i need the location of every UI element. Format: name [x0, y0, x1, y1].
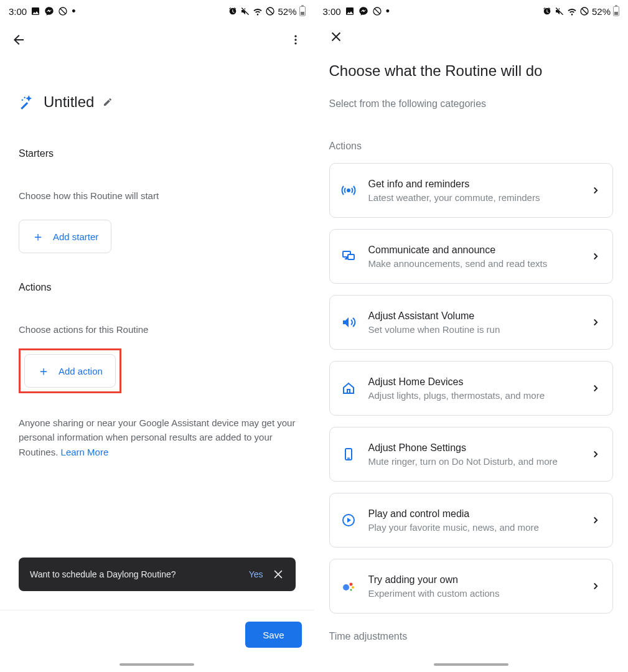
- actions-section-label: Actions: [19, 282, 296, 293]
- phone-icon: [341, 447, 356, 462]
- add-action-label: Add action: [59, 366, 103, 376]
- page-subtitle: Select from the following categories: [329, 98, 614, 110]
- svg-point-2: [294, 35, 296, 37]
- plus-icon: ＋: [32, 230, 44, 243]
- svg-point-16: [352, 586, 354, 589]
- assistant-icon: [341, 579, 356, 594]
- starters-section-label: Starters: [19, 148, 296, 159]
- card-title: Play and control media: [368, 508, 578, 520]
- svg-point-17: [350, 589, 352, 591]
- alarm-icon: [228, 6, 238, 16]
- play-circle-icon: [341, 513, 356, 528]
- chevron-right-icon: [590, 317, 601, 328]
- battery-percent: 52%: [278, 6, 296, 17]
- action-card-get-info[interactable]: Get info and remindersLatest weather, yo…: [329, 163, 614, 218]
- svg-point-15: [349, 583, 352, 586]
- card-desc: Mute ringer, turn on Do Not Disturb, and…: [368, 456, 578, 467]
- chat-icon: [341, 249, 356, 264]
- battery-icon: [613, 6, 619, 16]
- action-card-volume[interactable]: Adjust Assistant VolumeSet volume when R…: [329, 295, 614, 350]
- footer-bar: Save: [0, 610, 314, 672]
- actions-category-label: Actions: [329, 141, 614, 152]
- plus-icon: ＋: [37, 365, 50, 377]
- overflow-menu-button[interactable]: [288, 32, 303, 47]
- status-bar: 3:00 • 52%: [314, 0, 629, 22]
- back-button[interactable]: [11, 32, 26, 47]
- card-desc: Adjust lights, plugs, thermostats, and m…: [368, 390, 578, 401]
- svg-line-1: [268, 9, 273, 14]
- status-time: 3:00: [323, 6, 341, 17]
- card-desc: Experiment with custom actions: [368, 588, 578, 599]
- status-time: 3:00: [9, 6, 27, 17]
- more-notifications-dot: •: [72, 6, 75, 17]
- add-starter-label: Add starter: [53, 231, 98, 242]
- more-notifications-dot: •: [386, 6, 390, 17]
- nav-handle: [434, 663, 508, 666]
- card-desc: Latest weather, your commute, reminders: [368, 192, 578, 203]
- messenger-icon: [44, 6, 54, 16]
- mute-icon: [240, 6, 250, 16]
- wifi-icon: [567, 6, 577, 16]
- card-desc: Set volume when Routine is run: [368, 324, 578, 335]
- messenger-icon: [359, 6, 368, 16]
- action-card-communicate[interactable]: Communicate and announceMake announcemen…: [329, 229, 614, 284]
- tutorial-highlight: ＋ Add action: [19, 348, 121, 393]
- page-title: Choose what the Routine will do: [329, 62, 614, 80]
- action-card-custom[interactable]: Try adding your ownExperiment with custo…: [329, 559, 614, 614]
- svg-point-14: [343, 584, 349, 590]
- chevron-right-icon: [590, 449, 601, 460]
- svg-point-3: [294, 39, 296, 40]
- chevron-right-icon: [590, 251, 601, 262]
- time-adjustments-label: Time adjustments: [329, 631, 614, 642]
- nav-handle: [120, 663, 194, 666]
- chevron-right-icon: [590, 383, 601, 394]
- wand-icon: [19, 94, 35, 110]
- circle-slash-icon: [58, 6, 68, 16]
- action-card-home-devices[interactable]: Adjust Home DevicesAdjust lights, plugs,…: [329, 361, 614, 416]
- starters-section-sub: Choose how this Routine will start: [19, 190, 296, 201]
- toast-message: Want to schedule a Daylong Routine?: [30, 569, 176, 579]
- daylong-routine-toast: Want to schedule a Daylong Routine? Yes: [19, 558, 296, 591]
- app-bar: [0, 22, 314, 57]
- add-starter-button[interactable]: ＋ Add starter: [19, 220, 111, 253]
- battery-icon: [299, 6, 306, 16]
- chevron-right-icon: [590, 581, 601, 592]
- home-icon: [341, 381, 356, 396]
- toast-close-button[interactable]: [272, 568, 284, 581]
- save-button[interactable]: Save: [245, 622, 301, 648]
- image-icon: [30, 6, 40, 16]
- card-title: Adjust Phone Settings: [368, 442, 578, 454]
- edit-title-button[interactable]: [103, 97, 113, 107]
- dnd-icon: [265, 6, 275, 16]
- card-desc: Play your favorite music, news, and more: [368, 522, 578, 533]
- routine-title: Untitled: [44, 93, 94, 111]
- close-button[interactable]: [329, 30, 344, 45]
- image-icon: [345, 6, 355, 16]
- action-card-media[interactable]: Play and control mediaPlay your favorite…: [329, 493, 614, 548]
- dnd-icon: [579, 6, 589, 16]
- card-title: Try adding your own: [368, 574, 578, 586]
- actions-section-sub: Choose actions for this Routine: [19, 324, 296, 335]
- svg-line-6: [582, 9, 587, 14]
- alarm-icon: [542, 6, 552, 16]
- card-title: Adjust Assistant Volume: [368, 310, 578, 322]
- card-title: Adjust Home Devices: [368, 376, 578, 388]
- broadcast-icon: [341, 183, 356, 198]
- toast-yes-button[interactable]: Yes: [249, 569, 263, 579]
- svg-point-7: [347, 189, 350, 192]
- volume-icon: [341, 315, 356, 330]
- chevron-right-icon: [590, 515, 601, 526]
- svg-point-4: [294, 42, 296, 44]
- status-bar: 3:00 • 52%: [0, 0, 314, 22]
- chevron-right-icon: [590, 185, 601, 196]
- mute-icon: [555, 6, 565, 16]
- action-card-phone-settings[interactable]: Adjust Phone SettingsMute ringer, turn o…: [329, 427, 614, 482]
- add-action-button[interactable]: ＋ Add action: [24, 354, 116, 388]
- disclaimer-text: Anyone sharing or near your Google Assis…: [19, 416, 296, 459]
- wifi-icon: [253, 6, 263, 16]
- svg-rect-10: [347, 390, 350, 393]
- routine-title-row: Untitled: [19, 93, 296, 111]
- card-title: Communicate and announce: [368, 245, 578, 256]
- learn-more-link[interactable]: Learn More: [61, 447, 109, 457]
- card-title: Get info and reminders: [368, 179, 578, 190]
